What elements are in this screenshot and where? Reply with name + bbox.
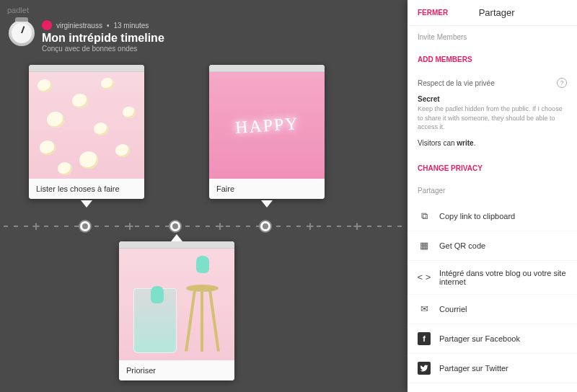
share-panel: FERMER Partager Invite Members ADD MEMBE…	[408, 0, 577, 392]
visitor-permissions: Visitors can write.	[408, 135, 577, 157]
add-card-button[interactable]: +	[351, 220, 364, 233]
change-privacy-button[interactable]: CHANGE PRIVACY	[408, 157, 577, 179]
card-drag-handle[interactable]	[209, 65, 325, 72]
card-title: Prioriser	[119, 360, 234, 380]
card-image	[119, 249, 234, 360]
author-avatar[interactable]	[42, 20, 52, 30]
embed-button[interactable]: < > Intégré dans votre blog ou votre sit…	[408, 261, 577, 295]
privacy-level: Secret	[418, 95, 567, 103]
add-members-button[interactable]: ADD MEMBERS	[408, 48, 577, 71]
copy-link-button[interactable]: ⧉ Copy link to clipboard	[408, 202, 577, 231]
twitter-icon	[418, 362, 431, 375]
timeline-node[interactable]	[80, 221, 90, 231]
padlet-subtitle: Conçu avec de bonnes ondes	[42, 45, 164, 53]
brand-logo: padlet	[7, 6, 29, 14]
card-image	[29, 72, 144, 179]
email-button[interactable]: ✉ Courriel	[408, 295, 577, 324]
card-drag-handle[interactable]	[119, 241, 234, 249]
add-card-button[interactable]: +	[213, 220, 226, 233]
add-card-button[interactable]: +	[304, 220, 317, 233]
timestamp: 13 minutes	[113, 22, 149, 30]
timeline-card[interactable]: Lister les choses à faire	[29, 65, 144, 199]
card-connector	[261, 200, 273, 208]
google-classroom-button[interactable]: ▭ Partager sur Google Classroom	[408, 383, 577, 392]
canvas: padlet virginiestrauss • 13 minutes Mon …	[0, 0, 408, 392]
card-image: HAPPY	[209, 72, 325, 179]
link-icon: ⧉	[418, 210, 431, 223]
privacy-header: Respect de la vie privée ?	[408, 71, 577, 95]
section-share: Partager	[408, 179, 577, 202]
timeline-node[interactable]	[170, 221, 180, 231]
card-connector	[81, 200, 92, 208]
add-card-button[interactable]: +	[30, 220, 43, 233]
timeline-card[interactable]: HAPPY Faire	[209, 65, 325, 199]
author-name[interactable]: virginiestrauss	[56, 22, 102, 30]
timeline-card[interactable]: Prioriser	[119, 241, 234, 380]
timeline-node[interactable]	[260, 221, 270, 231]
facebook-icon: f	[418, 332, 431, 345]
panel-title: Partager	[426, 7, 567, 18]
section-invite: Invite Members	[408, 26, 577, 48]
qr-code-button[interactable]: ▦ Get QR code	[408, 231, 577, 261]
neon-text: HAPPY	[234, 113, 299, 137]
timeline-axis[interactable]: // dashes drawn below via JS-less approa…	[0, 226, 408, 227]
card-title: Faire	[209, 179, 325, 199]
email-icon: ✉	[418, 303, 431, 316]
facebook-button[interactable]: f Partager sur Facebook	[408, 324, 577, 354]
embed-icon: < >	[418, 271, 431, 284]
twitter-button[interactable]: Partager sur Twitter	[408, 354, 577, 383]
padlet-header: virginiestrauss • 13 minutes Mon intrépi…	[9, 20, 164, 53]
privacy-description: Keep the padlet hidden from the public. …	[418, 104, 567, 132]
card-title: Lister les choses à faire	[29, 179, 144, 199]
qr-icon: ▦	[418, 239, 431, 252]
help-icon[interactable]: ?	[557, 78, 567, 88]
card-connector	[171, 234, 182, 241]
bullet: •	[107, 22, 110, 30]
add-card-button[interactable]: +	[123, 220, 136, 233]
card-drag-handle[interactable]	[29, 65, 144, 72]
padlet-title: Mon intrépide timeline	[42, 32, 164, 45]
stopwatch-icon	[9, 20, 35, 46]
